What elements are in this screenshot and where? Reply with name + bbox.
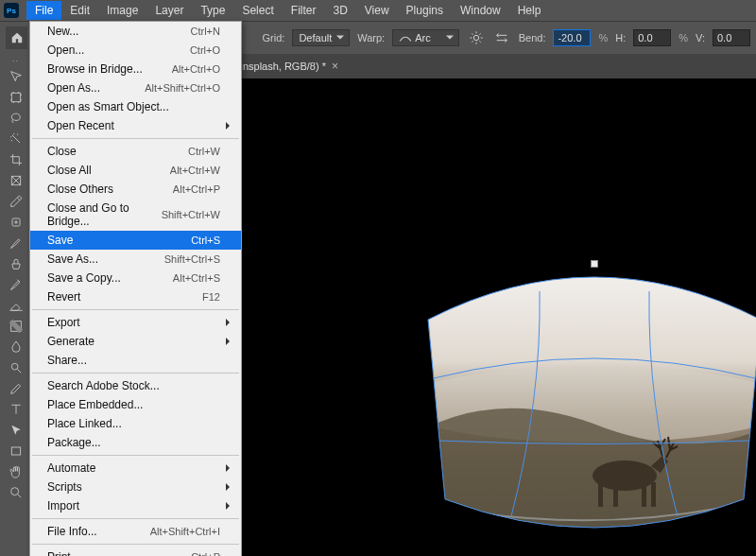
tool-clone-stamp[interactable]: [4, 253, 28, 274]
svg-rect-8: [417, 263, 756, 543]
menu-separator: [32, 544, 239, 545]
tool-dodge[interactable]: [4, 357, 28, 378]
menu-image[interactable]: Image: [98, 1, 146, 20]
tool-zoom[interactable]: [4, 482, 28, 503]
eyedropper-icon: [9, 194, 24, 209]
menu-help[interactable]: Help: [509, 1, 550, 20]
warped-image[interactable]: [417, 263, 756, 543]
tool-crop[interactable]: [4, 149, 28, 170]
menu-item-label: File Info...: [47, 525, 97, 538]
tool-brush[interactable]: [4, 233, 28, 253]
menu-separator: [32, 373, 239, 374]
menu-select[interactable]: Select: [233, 1, 282, 20]
tab-close-icon[interactable]: ×: [332, 60, 338, 73]
menu-filter[interactable]: Filter: [283, 1, 325, 20]
file-menu-item[interactable]: SaveCtrl+S: [30, 231, 241, 250]
menu-separator: [32, 518, 239, 519]
file-menu-item[interactable]: Open Recent: [30, 116, 241, 135]
warp-options-icon[interactable]: [467, 28, 485, 47]
tool-gradient[interactable]: [4, 316, 28, 337]
file-menu-item[interactable]: CloseCtrl+W: [30, 142, 241, 161]
hand-icon: [9, 464, 24, 479]
menu-type[interactable]: Type: [192, 1, 233, 20]
tool-type[interactable]: [4, 399, 28, 420]
menu-item-shortcut: Shift+Ctrl+S: [164, 253, 220, 265]
file-menu-item[interactable]: RevertF12: [30, 287, 241, 306]
file-menu-item[interactable]: Automate: [30, 459, 241, 478]
warp-dropdown[interactable]: Arc: [392, 29, 459, 46]
file-menu-item[interactable]: Close OthersAlt+Ctrl+P: [30, 180, 241, 199]
tool-move[interactable]: [4, 66, 28, 87]
menu-view[interactable]: View: [356, 1, 398, 20]
svg-rect-6: [11, 447, 20, 455]
gradient-icon: [9, 319, 24, 334]
menu-item-label: Import: [47, 499, 79, 513]
menu-item-label: Revert: [47, 290, 80, 304]
svg-point-7: [10, 488, 18, 495]
menu-item-label: Export: [47, 316, 80, 329]
warp-top-handle[interactable]: [591, 260, 598, 268]
file-menu-item[interactable]: Save a Copy...Alt+Ctrl+S: [30, 269, 241, 287]
menu-item-shortcut: Ctrl+P: [191, 551, 220, 556]
tool-pen[interactable]: [4, 378, 28, 399]
grid-dropdown[interactable]: Default: [292, 29, 350, 46]
menu-item-label: Save: [47, 234, 73, 247]
menu-item-shortcut: Alt+Ctrl+W: [170, 165, 220, 176]
menu-item-label: Open...: [47, 43, 84, 57]
file-menu-dropdown: New...Ctrl+NOpen...Ctrl+OBrowse in Bridg…: [29, 21, 242, 556]
tool-blur[interactable]: [4, 337, 28, 357]
tool-history-brush[interactable]: [4, 274, 28, 295]
file-menu-item[interactable]: Scripts: [30, 478, 241, 496]
menu-3d[interactable]: 3D: [324, 1, 355, 20]
tool-rectangle[interactable]: [4, 441, 28, 461]
file-menu-item[interactable]: Close AllAlt+Ctrl+W: [30, 161, 241, 180]
svg-rect-11: [598, 480, 603, 507]
menu-item-label: Open as Smart Object...: [47, 100, 169, 113]
file-menu-item[interactable]: Browse in Bridge...Alt+Ctrl+O: [30, 60, 241, 78]
file-menu-item[interactable]: Save As...Shift+Ctrl+S: [30, 250, 241, 269]
toolbar-grip[interactable]: ∙∙: [12, 56, 19, 65]
menu-item-label: New...: [47, 25, 78, 38]
bend-input[interactable]: [553, 29, 591, 46]
tool-eraser[interactable]: [4, 295, 28, 316]
file-menu-item[interactable]: Open As...Alt+Shift+Ctrl+O: [30, 78, 241, 97]
tool-hand[interactable]: [4, 461, 28, 482]
tool-lasso[interactable]: [4, 108, 28, 129]
menu-item-label: Save As...: [47, 252, 98, 266]
tool-path-select[interactable]: [4, 420, 28, 441]
file-menu-item[interactable]: Place Embedded...: [30, 395, 241, 414]
menu-plugins[interactable]: Plugins: [398, 1, 452, 20]
tool-magic-wand[interactable]: [4, 129, 28, 149]
menu-separator: [32, 138, 239, 139]
file-menu-item[interactable]: Close and Go to Bridge...Shift+Ctrl+W: [30, 199, 241, 231]
tool-spot-heal[interactable]: [4, 212, 28, 233]
file-menu-item[interactable]: Package...: [30, 433, 241, 452]
file-menu-item[interactable]: New...Ctrl+N: [30, 22, 241, 41]
dodge-icon: [9, 360, 24, 375]
v-input[interactable]: [713, 29, 750, 46]
orientation-icon[interactable]: [492, 28, 510, 47]
tool-artboard[interactable]: [4, 87, 28, 108]
svg-rect-14: [651, 482, 656, 507]
menu-item-label: Close Others: [47, 182, 113, 196]
file-menu-item[interactable]: Generate: [30, 332, 241, 351]
file-menu-item[interactable]: Share...: [30, 351, 241, 370]
file-menu-item[interactable]: Export: [30, 313, 241, 332]
file-menu-item[interactable]: Place Linked...: [30, 414, 241, 433]
file-menu-item[interactable]: Open as Smart Object...: [30, 97, 241, 116]
tool-eyedropper[interactable]: [4, 191, 28, 212]
menu-edit[interactable]: Edit: [61, 1, 98, 20]
tool-frame[interactable]: [4, 170, 28, 191]
pen-icon: [9, 381, 24, 396]
menu-file[interactable]: File: [26, 1, 61, 20]
file-menu-item[interactable]: Search Adobe Stock...: [30, 376, 241, 395]
file-menu-item[interactable]: Open...Ctrl+O: [30, 41, 241, 60]
file-menu-item[interactable]: File Info...Alt+Shift+Ctrl+I: [30, 522, 241, 541]
file-menu-item[interactable]: Print...Ctrl+P: [30, 547, 241, 556]
home-button[interactable]: [6, 26, 27, 49]
menu-item-shortcut: Ctrl+O: [190, 44, 220, 56]
file-menu-item[interactable]: Import: [30, 496, 241, 515]
menu-layer[interactable]: Layer: [146, 1, 192, 20]
menu-window[interactable]: Window: [452, 1, 509, 20]
h-input[interactable]: [633, 29, 671, 46]
